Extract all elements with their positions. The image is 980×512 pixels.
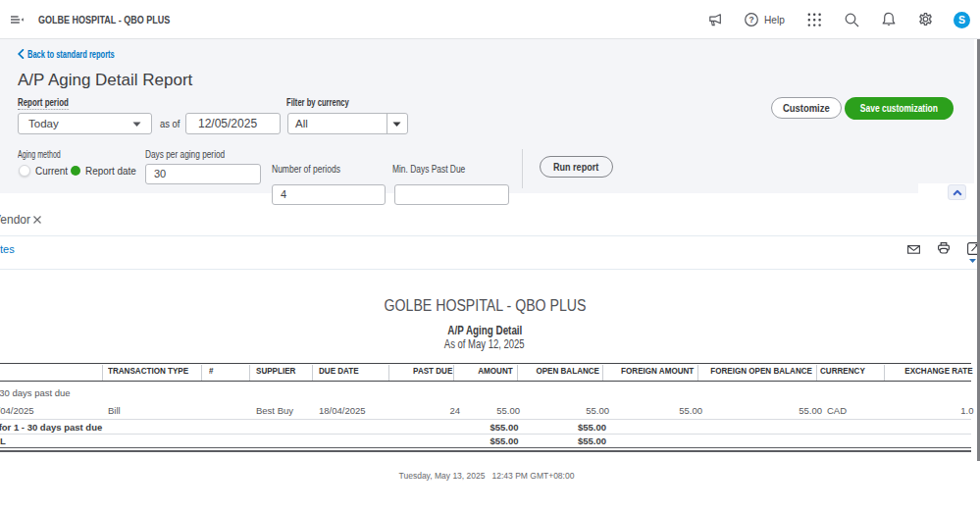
svg-text:?: ? — [748, 15, 753, 25]
